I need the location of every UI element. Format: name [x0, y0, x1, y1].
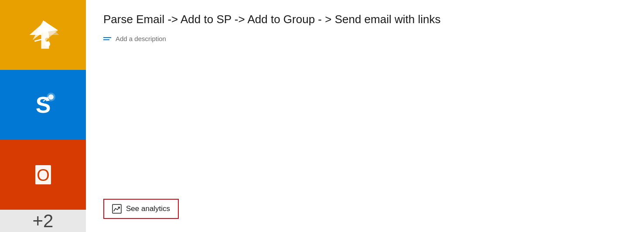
- more-count-label: +2: [33, 211, 54, 232]
- desc-line-1: [103, 37, 111, 38]
- flow-icon-tile: [0, 0, 86, 70]
- desc-line-2: [103, 39, 109, 40]
- office-icon-tile: O: [0, 140, 86, 210]
- more-icons-tile: +2: [0, 210, 86, 232]
- sharepoint-logo-icon: S: [26, 87, 61, 122]
- right-content-panel: Parse Email -> Add to SP -> Add to Group…: [86, 0, 644, 232]
- description-icon: [103, 37, 111, 40]
- description-placeholder[interactable]: Add a description: [116, 35, 166, 42]
- flow-logo-icon: [24, 15, 63, 55]
- svg-text:O: O: [37, 166, 50, 184]
- see-analytics-button[interactable]: See analytics: [103, 199, 179, 219]
- left-icon-panel: S O +2: [0, 0, 86, 232]
- sharepoint-icon-tile: S: [0, 70, 86, 140]
- flow-title: Parse Email -> Add to SP -> Add to Group…: [103, 12, 627, 27]
- analytics-icon: [112, 204, 122, 214]
- svg-rect-16: [112, 204, 121, 213]
- svg-point-5: [44, 41, 50, 47]
- see-analytics-label: See analytics: [126, 204, 170, 213]
- office-logo-icon: O: [26, 157, 61, 192]
- description-row[interactable]: Add a description: [103, 35, 627, 42]
- svg-point-10: [48, 94, 54, 100]
